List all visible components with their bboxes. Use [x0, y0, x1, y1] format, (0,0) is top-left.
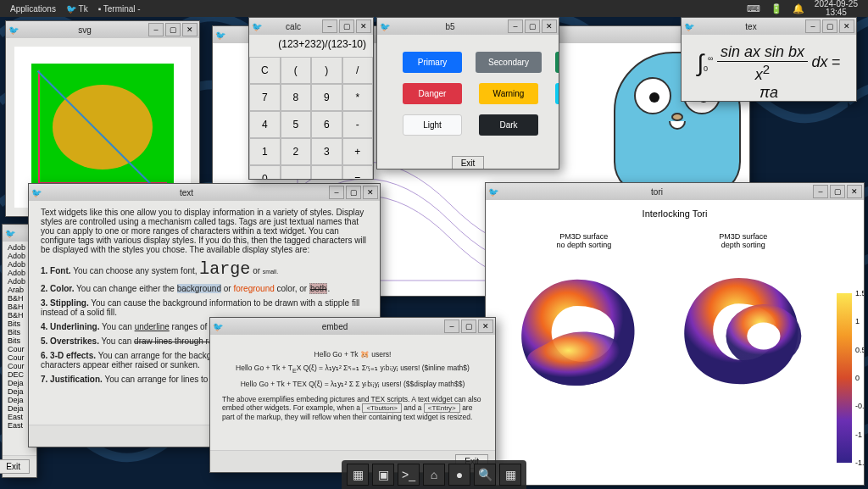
- torus-left: [501, 264, 654, 400]
- maximize-button[interactable]: ▢: [461, 320, 476, 333]
- close-button[interactable]: ✕: [182, 23, 198, 36]
- danger-button[interactable]: Danger: [403, 83, 462, 104]
- colorbar-tick: -0.5: [855, 402, 864, 410]
- minimize-button[interactable]: –: [805, 19, 821, 33]
- maximize-button[interactable]: ▢: [525, 19, 540, 33]
- calc-key-8[interactable]: 8: [281, 84, 312, 111]
- dock-item-2[interactable]: >_: [398, 464, 420, 486]
- calc-keypad: C()/789*456-123+0.=: [249, 57, 373, 179]
- close-button[interactable]: ✕: [847, 185, 862, 198]
- calc-key-blank[interactable]: [311, 165, 342, 179]
- colorbar-tick: -1.5: [855, 458, 864, 467]
- warning-button[interactable]: Warning: [479, 83, 538, 104]
- chart-subtitle-right: PM3D surface depth sorting: [719, 232, 767, 249]
- minimize-button[interactable]: –: [508, 19, 523, 33]
- window-icon: 🐦: [377, 22, 392, 31]
- minimize-button[interactable]: –: [444, 320, 459, 333]
- dock-item-5[interactable]: 🔍: [474, 464, 496, 486]
- window-title: embed: [225, 322, 444, 331]
- notification-icon[interactable]: 🔔: [787, 3, 810, 14]
- calc-key-/[interactable]: /: [342, 57, 374, 84]
- minimize-button[interactable]: –: [322, 19, 337, 33]
- window-icon: 🐦: [3, 229, 18, 238]
- window-icon: 🐦: [29, 188, 44, 197]
- dock-item-0[interactable]: ▦: [347, 464, 369, 486]
- tex-formula: ∫0∞ sin ax sin bxx2 dx = πa2: [693, 43, 844, 101]
- calc-key-)[interactable]: ): [311, 57, 342, 84]
- window-title: b5: [392, 22, 508, 31]
- window-icon: 🐦: [682, 22, 697, 31]
- secondary-button[interactable]: Secondary: [476, 52, 542, 73]
- tentry-example[interactable]: <TEntry>: [424, 403, 460, 413]
- calc-key-+[interactable]: +: [342, 138, 374, 165]
- close-button[interactable]: ✕: [356, 19, 371, 33]
- calc-key-6[interactable]: 6: [311, 111, 342, 138]
- calc-key-([interactable]: (: [281, 57, 312, 84]
- calc-key-.[interactable]: .: [281, 165, 312, 179]
- dock-item-4[interactable]: ●: [448, 464, 470, 486]
- tori-canvas: Interlocking Tori PM3D surface no depth …: [486, 200, 864, 485]
- maximize-button[interactable]: ▢: [165, 23, 181, 36]
- dock: ▦▣>_⌂●🔍▦: [342, 460, 526, 489]
- button-grid: PrimarySecondarySuccessDangerWarningInfo…: [377, 35, 559, 153]
- tbutton-example[interactable]: <Tbutton>: [362, 403, 401, 413]
- window-title: text: [44, 188, 329, 197]
- window-title: calc: [264, 22, 322, 31]
- calc-key-0[interactable]: 0: [249, 165, 281, 179]
- colorbar-tick: 1: [855, 317, 860, 325]
- window-title: svg: [21, 25, 148, 35]
- window-icon: 🐦: [213, 31, 228, 40]
- primary-button[interactable]: Primary: [403, 52, 462, 73]
- window-icon: 🐦: [486, 187, 501, 197]
- exit-button[interactable]: Exit: [452, 156, 485, 169]
- calc-key-9[interactable]: 9: [311, 84, 342, 111]
- applications-menu[interactable]: Applications: [5, 4, 61, 14]
- calc-key-4[interactable]: 4: [249, 111, 281, 138]
- calc-key-3[interactable]: 3: [311, 138, 342, 165]
- link-button[interactable]: Link: [555, 114, 559, 136]
- close-button[interactable]: ✕: [363, 186, 378, 199]
- svg-point-1: [747, 322, 780, 349]
- calc-key-5[interactable]: 5: [281, 111, 312, 138]
- success-button[interactable]: Success: [555, 52, 559, 73]
- close-button[interactable]: ✕: [839, 19, 854, 33]
- minimize-button[interactable]: –: [329, 186, 344, 199]
- minimize-button[interactable]: –: [813, 185, 828, 198]
- info-button[interactable]: Info: [555, 83, 559, 104]
- dock-item-3[interactable]: ⌂: [423, 464, 445, 486]
- calc-key-C[interactable]: C: [249, 57, 281, 84]
- calc-key-=[interactable]: =: [342, 165, 374, 179]
- maximize-button[interactable]: ▢: [830, 185, 845, 198]
- colorbar: 1.510.50-0.5-1-1.5: [837, 293, 852, 463]
- keyboard-indicator[interactable]: ⌨: [742, 3, 765, 14]
- window-icon: 🐦: [210, 322, 225, 331]
- battery-indicator[interactable]: 🔋: [765, 3, 787, 14]
- calc-key-2[interactable]: 2: [281, 138, 312, 165]
- embed-content[interactable]: Hello Go + Tk 🐹 users! Hello Go + Tk + T…: [210, 335, 495, 450]
- calc-key--[interactable]: -: [342, 111, 374, 138]
- light-button[interactable]: Light: [403, 114, 462, 136]
- colorbar-tick: 0: [855, 374, 860, 382]
- maximize-button[interactable]: ▢: [346, 186, 361, 199]
- chart-title: Interlocking Tori: [494, 208, 855, 219]
- dock-item-6[interactable]: ▦: [499, 464, 521, 486]
- clock[interactable]: 2024-09-2513:45: [810, 0, 863, 17]
- colorbar-tick: 0.5: [855, 346, 864, 354]
- taskbar-tk[interactable]: 🐦 Tk: [61, 4, 93, 14]
- taskbar-terminal[interactable]: ▪ Terminal -: [93, 4, 146, 14]
- maximize-button[interactable]: ▢: [339, 19, 354, 33]
- chart-subtitle-left: PM3D surface no depth sorting: [557, 232, 612, 249]
- close-button[interactable]: ✕: [542, 19, 557, 33]
- exit-button[interactable]: Exit: [0, 459, 30, 474]
- window-title: tori: [501, 187, 813, 197]
- close-button[interactable]: ✕: [478, 320, 493, 333]
- dark-button[interactable]: Dark: [479, 114, 538, 136]
- window-title: tex: [697, 22, 805, 31]
- minimize-button[interactable]: –: [148, 23, 164, 36]
- calc-key-7[interactable]: 7: [249, 84, 281, 111]
- maximize-button[interactable]: ▢: [822, 19, 837, 33]
- calc-key-*[interactable]: *: [342, 84, 374, 111]
- calc-display: (123+232)/(123-10): [249, 35, 373, 57]
- dock-item-1[interactable]: ▣: [372, 464, 394, 486]
- calc-key-1[interactable]: 1: [249, 138, 281, 165]
